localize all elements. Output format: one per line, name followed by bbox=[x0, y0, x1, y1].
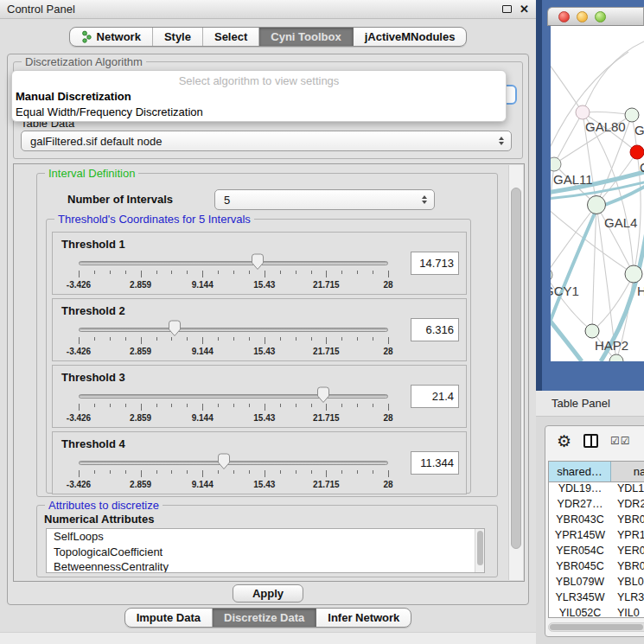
control-panel: Control Panel ✕ Network Style Select Cyn… bbox=[0, 0, 536, 644]
table-row[interactable]: YIL052CYIL0 bbox=[549, 607, 644, 622]
table-row[interactable]: YLR345WYLR3 bbox=[549, 591, 644, 607]
tab-cyni-toolbox[interactable]: Cyni Toolbox bbox=[259, 28, 353, 46]
threshold-4-slider[interactable]: -3.4262.8599.14415.4321.71528 bbox=[79, 453, 388, 493]
cell-shared-name[interactable]: YLR345W bbox=[549, 591, 611, 607]
node-top-right[interactable] bbox=[625, 108, 639, 122]
slider-thumb[interactable] bbox=[217, 453, 231, 470]
tick-mark bbox=[125, 271, 126, 274]
node-h[interactable] bbox=[625, 265, 642, 283]
cell-shared-name[interactable]: YBR045C bbox=[549, 560, 611, 576]
network-window-titlebar[interactable] bbox=[547, 7, 644, 26]
tab-discretize-data[interactable]: Discretize Data bbox=[213, 609, 316, 627]
threshold-3-slider[interactable]: -3.4262.8599.14415.4321.71528 bbox=[79, 386, 388, 426]
tick-label: -3.426 bbox=[67, 413, 91, 423]
interval-definition-group: Interval Definition Number of Intervals … bbox=[36, 173, 498, 497]
tick-mark bbox=[110, 470, 111, 474]
tab-network[interactable]: Network bbox=[70, 28, 153, 46]
tab-select[interactable]: Select bbox=[203, 28, 259, 46]
tick-mark bbox=[326, 404, 327, 411]
slider-ticks bbox=[79, 337, 388, 345]
scrollbar-thumb[interactable] bbox=[550, 624, 643, 630]
tab-style[interactable]: Style bbox=[153, 28, 203, 46]
table-data-combobox[interactable]: galFiltered.sif default node bbox=[21, 131, 512, 151]
cell-name[interactable]: YDR2 bbox=[611, 498, 644, 513]
tick-mark bbox=[326, 337, 327, 344]
table-row[interactable]: YBL079WYBL0 bbox=[549, 576, 644, 591]
threshold-1-value-field[interactable]: 14.713 bbox=[411, 252, 459, 275]
threshold-4-value-field[interactable]: 11.344 bbox=[411, 451, 459, 475]
cell-shared-name[interactable]: YDL19… bbox=[549, 482, 611, 498]
column-header-name[interactable]: name bbox=[611, 462, 644, 481]
cell-shared-name[interactable]: YPR145W bbox=[549, 529, 611, 545]
slider-track[interactable] bbox=[79, 461, 388, 465]
apply-button[interactable]: Apply bbox=[233, 584, 303, 603]
split-columns-icon[interactable] bbox=[583, 434, 598, 448]
column-header-shared-name[interactable]: shared… bbox=[549, 462, 611, 481]
cell-name[interactable]: YBR0 bbox=[611, 560, 644, 576]
node-gcy1[interactable] bbox=[551, 268, 552, 282]
table-row[interactable]: YDR27…YDR2 bbox=[549, 498, 644, 513]
threshold-2-value-field[interactable]: 6.316 bbox=[411, 318, 459, 341]
node-gal11[interactable] bbox=[551, 157, 561, 171]
attribute-list-item[interactable]: TopologicalCoefficient bbox=[47, 545, 484, 560]
tab-impute-data[interactable]: Impute Data bbox=[125, 609, 213, 627]
gear-icon[interactable]: ⚙ bbox=[557, 433, 571, 450]
minimize-traffic-light[interactable] bbox=[577, 11, 588, 22]
attribute-list-item[interactable]: SelfLoops bbox=[47, 529, 484, 545]
panel-vertical-scrollbar[interactable] bbox=[508, 165, 523, 580]
cell-name[interactable]: YBL0 bbox=[611, 576, 644, 591]
slider-track[interactable] bbox=[79, 261, 388, 265]
close-icon[interactable]: ✕ bbox=[520, 3, 529, 15]
cell-name[interactable]: YDL1 bbox=[611, 482, 644, 498]
number-of-intervals-combobox[interactable]: 5 bbox=[214, 189, 435, 210]
tick-mark bbox=[79, 271, 80, 277]
table-row[interactable]: YDL19…YDL1 bbox=[549, 482, 644, 498]
table-row[interactable]: YPR145WYPR1 bbox=[549, 529, 644, 545]
cell-name[interactable]: YIL0 bbox=[611, 607, 644, 622]
cell-name[interactable]: YER0 bbox=[611, 545, 644, 560]
network-canvas[interactable]: GAL80 G. C GAL11 GAL4 GCY1 H HAP2 bbox=[551, 26, 644, 361]
node-hap2[interactable] bbox=[585, 324, 599, 338]
node-red-selected[interactable] bbox=[630, 145, 644, 159]
popup-option-manual[interactable]: Manual Discretization bbox=[12, 89, 506, 105]
select-columns-icon[interactable]: ☑☑ bbox=[610, 435, 631, 447]
cell-name[interactable]: YBR0 bbox=[611, 513, 644, 529]
slider-track[interactable] bbox=[79, 328, 388, 332]
tab-infer-network[interactable]: Infer Network bbox=[316, 609, 411, 627]
cell-shared-name[interactable]: YBR043C bbox=[549, 513, 611, 529]
threshold-2-slider[interactable]: -3.4262.8599.14415.4321.71528 bbox=[79, 320, 388, 360]
slider-track[interactable] bbox=[79, 394, 388, 399]
numerical-attributes-list[interactable]: SelfLoopsTopologicalCoefficientBetweenne… bbox=[46, 528, 485, 573]
tick-mark bbox=[326, 470, 327, 477]
table-row[interactable]: YER054CYER0 bbox=[549, 545, 644, 560]
tab-jactivemnodules[interactable]: jActiveMNodules bbox=[354, 28, 467, 46]
scrollbar-thumb[interactable] bbox=[511, 188, 521, 549]
combo-spinner-icon bbox=[422, 195, 427, 204]
cell-shared-name[interactable]: YBL079W bbox=[549, 576, 611, 591]
cell-name[interactable]: YPR1 bbox=[611, 529, 644, 545]
attribute-list-item[interactable]: BetweennessCentrality bbox=[47, 559, 484, 573]
cell-name[interactable]: YLR3 bbox=[611, 591, 644, 607]
node-gal80[interactable] bbox=[576, 105, 590, 119]
popup-option-equal-width[interactable]: Equal Width/Frequency Discretization bbox=[12, 105, 506, 120]
table-row[interactable]: YBR043CYBR0 bbox=[549, 513, 644, 529]
slider-thumb[interactable] bbox=[251, 253, 265, 271]
slider-thumb[interactable] bbox=[168, 320, 182, 337]
threshold-3-value-field[interactable]: 21.4 bbox=[411, 385, 459, 408]
tick-label: 2.859 bbox=[130, 347, 151, 356]
cell-shared-name[interactable]: YER054C bbox=[549, 545, 611, 560]
attributes-list-scrollbar[interactable] bbox=[475, 529, 484, 572]
slider-thumb[interactable] bbox=[316, 386, 330, 404]
cell-shared-name[interactable]: YDR27… bbox=[549, 498, 611, 513]
close-traffic-light[interactable] bbox=[558, 11, 570, 22]
zoom-traffic-light[interactable] bbox=[595, 11, 606, 22]
table-horizontal-scrollbar[interactable] bbox=[548, 622, 644, 632]
cell-shared-name[interactable]: YIL052C bbox=[549, 607, 611, 622]
node-gal4[interactable] bbox=[588, 196, 606, 214]
tick-mark bbox=[187, 404, 188, 407]
label-gal80: GAL80 bbox=[585, 119, 626, 134]
threshold-1-slider[interactable]: -3.4262.8599.14415.4321.71528 bbox=[79, 253, 388, 293]
float-window-icon[interactable] bbox=[502, 5, 512, 13]
tick-mark bbox=[171, 271, 172, 274]
table-row[interactable]: YBR045CYBR0 bbox=[549, 560, 644, 576]
